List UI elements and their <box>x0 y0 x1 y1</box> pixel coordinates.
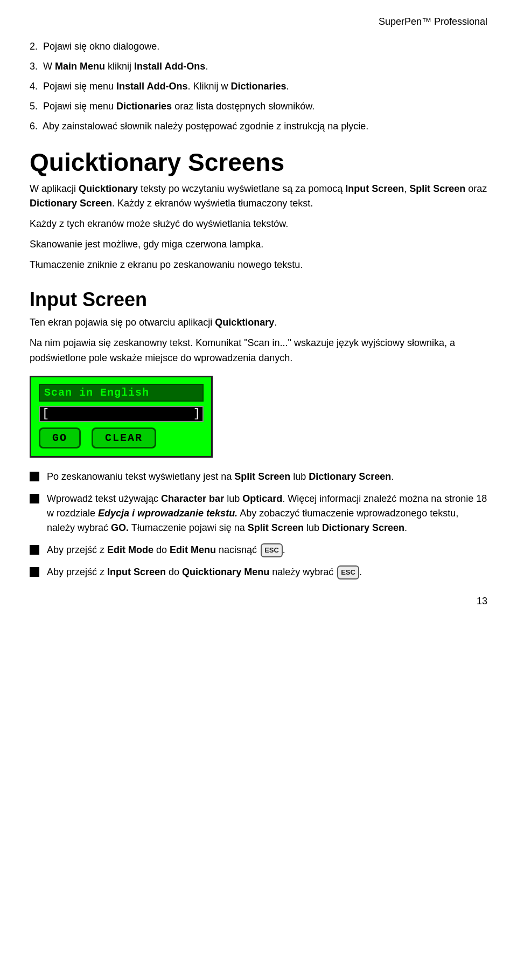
list-item-6: 6. Aby zainstalować słownik należy postę… <box>30 119 487 134</box>
esc-badge-2: ESC <box>337 565 359 579</box>
go-button[interactable]: GO <box>39 427 81 448</box>
bullet-text-2: Wprowadź tekst używając Character bar lu… <box>47 492 487 535</box>
bullet-text-4: Aby przejść z Input Screen do Quicktiona… <box>47 565 487 579</box>
quicktionary-screens-heading: Quicktionary Screens <box>30 149 487 176</box>
bullet-icon-3 <box>30 545 39 555</box>
numbered-list: 2. Pojawi się okno dialogowe. 3. W Main … <box>30 39 487 134</box>
bullet-text-1: Po zeskanowaniu tekst wyświetlany jest n… <box>47 470 487 484</box>
list-item-2: 2. Pojawi się okno dialogowe. <box>30 39 487 54</box>
qs-paragraph-2: Każdy z tych ekranów może służyć do wyśw… <box>30 217 487 232</box>
bullet-item-1: Po zeskanowaniu tekst wyświetlany jest n… <box>30 470 487 484</box>
bullet-item-2: Wprowadź tekst używając Character bar lu… <box>30 492 487 535</box>
list-item-5: 5. Pojawi się menu Dictionaries oraz lis… <box>30 99 487 114</box>
bullet-list: Po zeskanowaniu tekst wyświetlany jest n… <box>30 470 487 579</box>
screen-buttons: GO CLEAR <box>39 427 204 448</box>
bullet-icon-2 <box>30 494 39 503</box>
esc-badge-1: ESC <box>261 543 283 557</box>
bullet-item-4: Aby przejść z Input Screen do Quicktiona… <box>30 565 487 579</box>
qs-paragraph-4: Tłumaczenie zniknie z ekranu po zeskanow… <box>30 258 487 273</box>
page-header: SuperPen™ Professional <box>30 16 487 30</box>
input-screen-heading: Input Screen <box>30 288 487 311</box>
screen-input-field <box>51 409 191 419</box>
list-item-3: 3. W Main Menu kliknij Install Add-Ons. <box>30 59 487 74</box>
bullet-icon-4 <box>30 567 39 577</box>
is-paragraph-2: Na nim pojawia się zeskanowny tekst. Kom… <box>30 336 487 366</box>
page-footer: 13 <box>30 596 487 607</box>
bracket-right: ] <box>193 407 200 420</box>
screen-title: Scan in English <box>39 384 204 402</box>
is-paragraph-1: Ten ekran pojawia się po otwarciu aplika… <box>30 315 487 330</box>
list-item-4: 4. Pojawi się menu Install Add-Ons. Klik… <box>30 79 487 94</box>
qs-paragraph-1: W aplikacji Quicktionary teksty po wczyt… <box>30 182 487 212</box>
qs-paragraph-3: Skanowanie jest możliwe, gdy miga czerwo… <box>30 237 487 252</box>
screen-input-row: [ ] <box>39 406 204 422</box>
page-number: 13 <box>477 596 487 606</box>
screen-simulation: Scan in English [ ] GO CLEAR <box>30 376 213 458</box>
bullet-text-3: Aby przejść z Edit Mode do Edit Menu nac… <box>47 543 487 557</box>
bracket-left: [ <box>42 407 49 420</box>
bullet-item-3: Aby przejść z Edit Mode do Edit Menu nac… <box>30 543 487 557</box>
bullet-icon-1 <box>30 472 39 481</box>
app-title: SuperPen™ Professional <box>379 16 487 27</box>
clear-button[interactable]: CLEAR <box>92 427 156 448</box>
